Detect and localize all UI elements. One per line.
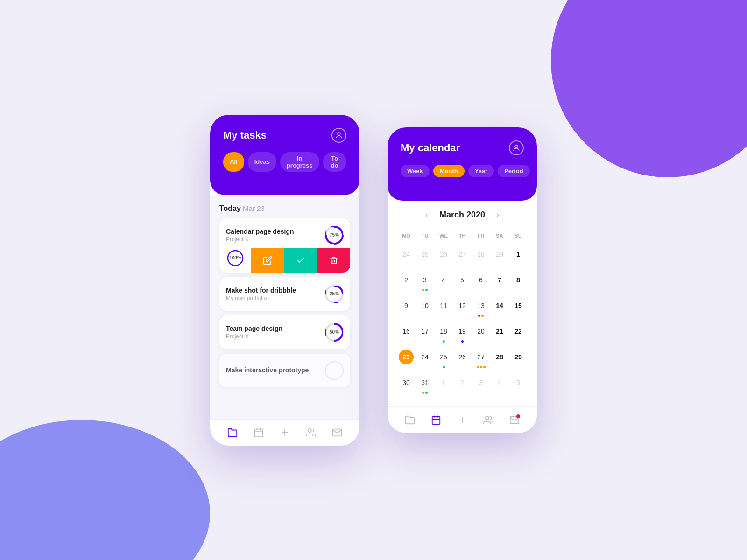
today-date: Mar 23 — [243, 204, 265, 212]
cal-day-26-prev[interactable]: 26 — [434, 244, 453, 269]
next-month-button[interactable]: › — [493, 208, 503, 222]
progress-ring-100: 100% — [226, 249, 245, 267]
task-project-3: Project X — [226, 333, 282, 340]
done-task-button[interactable] — [284, 248, 317, 273]
cal-day-26[interactable]: 26 — [453, 347, 472, 371]
cal-day-6[interactable]: 6 — [472, 270, 490, 294]
cal-day-21[interactable]: 21 — [490, 321, 509, 346]
cal-day-24[interactable]: 24 — [416, 347, 434, 371]
cal-day-28[interactable]: 28 — [490, 347, 509, 371]
mail-badge — [516, 414, 520, 418]
cal-day-1-next[interactable]: 1 — [434, 372, 453, 397]
calendar-nav: ‹ March 2020 › — [397, 208, 528, 222]
nav-mail[interactable] — [331, 426, 344, 439]
cal-day-25-prev[interactable]: 25 — [416, 244, 434, 269]
delete-task-button[interactable] — [317, 248, 350, 273]
task-card-3: Team page design Project X 50% — [219, 315, 350, 349]
cal-day-7[interactable]: 7 — [490, 270, 509, 294]
cal-day-13[interactable]: 13 — [472, 295, 490, 320]
cal-day-25[interactable]: 25 — [434, 347, 453, 371]
cal-day-23-today[interactable]: 23 — [397, 347, 416, 371]
tasks-body: Today Mar 23 Calendar page design Projec… — [210, 195, 359, 419]
cal-day-29-prev[interactable]: 29 — [490, 244, 509, 269]
cal-day-5-next[interactable]: 5 — [509, 372, 528, 397]
filter-tab-all[interactable]: All — [223, 152, 244, 172]
cal-day-8[interactable]: 8 — [509, 270, 528, 294]
cal-day-20[interactable]: 20 — [472, 321, 490, 346]
calendar-phone: My calendar Week Month Year Period ‹ Mar… — [388, 127, 537, 433]
nav-add[interactable] — [278, 426, 291, 439]
cal-day-30[interactable]: 30 — [397, 372, 416, 397]
filter-tab-ideas[interactable]: Ideas — [248, 152, 276, 172]
cal-day-2[interactable]: 2 — [397, 270, 416, 294]
cal-day-4-next[interactable]: 4 — [490, 372, 509, 397]
cal-day-4[interactable]: 4 — [434, 270, 453, 294]
cal-day-27[interactable]: 27 — [472, 347, 490, 371]
cal-day-3-next[interactable]: 3 — [472, 372, 490, 397]
filter-tab-month[interactable]: Month — [433, 165, 465, 177]
task-project-2: My own portfolio — [226, 295, 296, 301]
weekday-th: TH — [453, 231, 472, 240]
progress-circle-2: 25% — [325, 285, 344, 303]
calendar-body: ‹ March 2020 › MO TU WE TH FR SA SU 24 2 — [388, 201, 537, 406]
nav-calendar[interactable] — [252, 426, 265, 439]
filter-tab-to-do[interactable]: To do — [323, 152, 346, 172]
task-name-1: Calendar page design — [226, 228, 294, 235]
cal-day-17[interactable]: 17 — [416, 321, 434, 346]
calendar-title: My calendar — [401, 142, 460, 154]
cal-nav-calendar[interactable] — [430, 413, 443, 427]
cal-nav-folder[interactable] — [403, 413, 416, 427]
cal-day-24-prev[interactable]: 24 — [397, 244, 416, 269]
prev-month-button[interactable]: ‹ — [422, 208, 432, 222]
tasks-nav — [210, 419, 359, 446]
cal-day-27-prev[interactable]: 27 — [453, 244, 472, 269]
cal-day-5[interactable]: 5 — [453, 270, 472, 294]
cal-day-9[interactable]: 9 — [397, 295, 416, 320]
task-card-1: Calendar page design Project X 75% — [219, 218, 350, 273]
cal-day-12[interactable]: 12 — [453, 295, 472, 320]
calendar-header: My calendar Week Month Year Period — [388, 127, 537, 201]
cal-day-29[interactable]: 29 — [509, 347, 528, 371]
cal-day-3[interactable]: 3 — [416, 270, 434, 294]
progress-label-1: 75% — [327, 228, 342, 243]
svg-point-10 — [515, 145, 518, 148]
nav-people[interactable] — [304, 426, 317, 439]
tasks-avatar[interactable] — [331, 128, 346, 143]
calendar-nav-bar — [388, 406, 537, 433]
cal-nav-people[interactable] — [482, 413, 495, 427]
task-info-1: Calendar page design Project X — [226, 228, 294, 243]
cal-day-22[interactable]: 22 — [509, 321, 528, 346]
filter-tab-in-progress[interactable]: In progress — [280, 152, 319, 172]
task-info-2: Make shot for dribbble My own portfolio — [226, 287, 296, 301]
filter-tab-period[interactable]: Period — [498, 165, 529, 177]
calendar-filter-tabs: Week Month Year Period — [401, 165, 524, 177]
today-label: Today — [219, 204, 241, 212]
cal-day-28-prev[interactable]: 28 — [472, 244, 490, 269]
filter-tab-week[interactable]: Week — [401, 165, 430, 177]
progress-label-3: 50% — [327, 325, 342, 340]
bg-blob-top-right — [551, 0, 747, 177]
calendar-avatar[interactable] — [509, 140, 524, 155]
filter-tab-year[interactable]: Year — [468, 165, 494, 177]
cal-day-16[interactable]: 16 — [397, 321, 416, 346]
cal-nav-add[interactable] — [456, 413, 469, 427]
edit-task-button[interactable] — [251, 248, 284, 273]
weekday-sa: SA — [490, 231, 509, 240]
task-name-4: Make interactive prototype — [226, 366, 309, 374]
cal-day-1[interactable]: 1 — [509, 244, 528, 269]
task-name-3: Team page design — [226, 325, 282, 332]
cal-days: 24 25 26 27 28 29 1 2 3 4 5 6 7 8 9 — [397, 244, 528, 397]
cal-day-11[interactable]: 11 — [434, 295, 453, 320]
cal-day-18[interactable]: 18 — [434, 321, 453, 346]
svg-rect-11 — [432, 416, 440, 424]
cal-day-15[interactable]: 15 — [509, 295, 528, 320]
tasks-filter-tabs: All Ideas In progress To do — [223, 152, 346, 172]
nav-folder[interactable] — [226, 426, 239, 439]
cal-day-19[interactable]: 19 — [453, 321, 472, 346]
weekday-we: WE — [434, 231, 453, 240]
cal-day-2-next[interactable]: 2 — [453, 372, 472, 397]
cal-day-10[interactable]: 10 — [416, 295, 434, 320]
cal-nav-mail[interactable] — [508, 413, 521, 427]
cal-day-14[interactable]: 14 — [490, 295, 509, 320]
cal-day-31[interactable]: 31 — [416, 372, 434, 397]
